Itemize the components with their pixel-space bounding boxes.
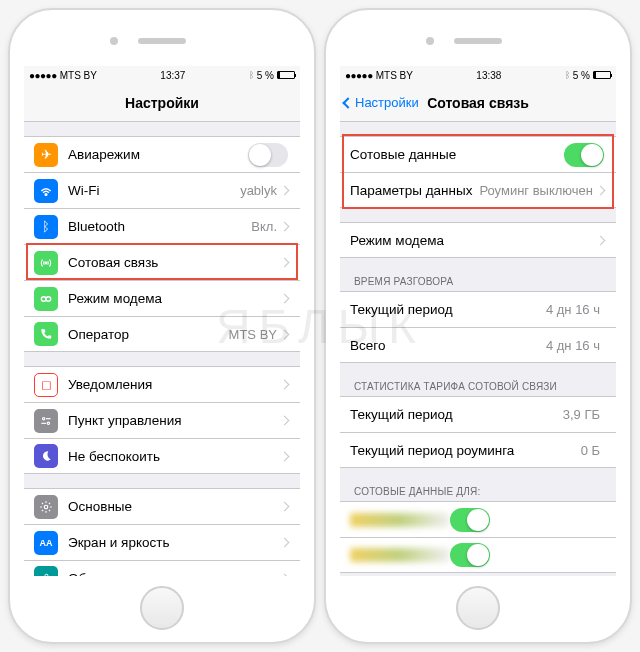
row-label: Обои — [68, 571, 281, 577]
cellular-data-toggle[interactable] — [564, 143, 604, 167]
back-label: Настройки — [355, 95, 419, 110]
row-hotspot[interactable]: Режим модема — [340, 222, 616, 258]
bluetooth-icon: ᛒ — [565, 70, 570, 80]
phone-right: ●●●●● MTS BY 13:38 ᛒ 5 % Настройки Сотов… — [324, 8, 632, 644]
chevron-right-icon — [280, 258, 290, 268]
carrier-label: MTS BY — [60, 70, 97, 81]
row-cellular-data[interactable]: Сотовые данные — [340, 136, 616, 172]
nav-bar: Настройки Сотовая связь — [340, 84, 616, 122]
control-center-icon — [34, 409, 58, 433]
bluetooth-icon: ᛒ — [249, 70, 254, 80]
blurred-label — [350, 548, 450, 562]
status-bar: ●●●●● MTS BY 13:38 ᛒ 5 % — [340, 66, 616, 84]
signal-icon: ●●●●● — [29, 70, 57, 81]
battery-percent: 5 % — [573, 70, 590, 81]
svg-point-6 — [47, 422, 49, 424]
camera-dot — [426, 37, 434, 45]
app-toggle[interactable] — [450, 543, 490, 567]
row-value: 0 Б — [581, 443, 600, 458]
row-dnd[interactable]: Не беспокоить — [24, 438, 300, 474]
page-title: Сотовая связь — [427, 95, 529, 111]
settings-list[interactable]: ✈ Авиарежим Wi-Fi yablyk ᛒ Bluetooth Вкл… — [24, 136, 300, 576]
chevron-right-icon — [596, 185, 606, 195]
row-label: Экран и яркость — [68, 535, 281, 550]
nav-bar: Настройки — [24, 84, 300, 122]
chevron-left-icon — [342, 97, 353, 108]
battery-icon — [277, 71, 295, 79]
gear-icon — [34, 495, 58, 519]
back-button[interactable]: Настройки — [344, 84, 419, 121]
row-label: Текущий период роуминга — [350, 443, 581, 458]
row-label: Не беспокоить — [68, 449, 281, 464]
row-carrier[interactable]: Оператор MTS BY — [24, 316, 300, 352]
clock: 13:37 — [160, 70, 185, 81]
row-label: Параметры данных — [350, 183, 479, 198]
chevron-right-icon — [280, 186, 290, 196]
airplane-icon: ✈ — [34, 143, 58, 167]
row-data-options[interactable]: Параметры данных Роуминг выключен — [340, 172, 616, 208]
section-header: СОТОВЫЕ ДАННЫЕ ДЛЯ: — [340, 482, 616, 501]
camera-dot — [110, 37, 118, 45]
row-hotspot[interactable]: Режим модема — [24, 280, 300, 316]
row-value: MTS BY — [229, 327, 277, 342]
chevron-right-icon — [280, 380, 290, 390]
row-label: Сотовая связь — [68, 255, 281, 270]
row-wifi[interactable]: Wi-Fi yablyk — [24, 172, 300, 208]
chevron-right-icon — [280, 538, 290, 548]
row-value: 3,9 ГБ — [563, 407, 600, 422]
row-data-current: Текущий период 3,9 ГБ — [340, 396, 616, 432]
chevron-right-icon — [596, 235, 606, 245]
airplane-toggle[interactable] — [248, 143, 288, 167]
row-label: Всего — [350, 338, 546, 353]
row-airplane[interactable]: ✈ Авиарежим — [24, 136, 300, 172]
row-bluetooth[interactable]: ᛒ Bluetooth Вкл. — [24, 208, 300, 244]
row-current-period: Текущий период 4 дн 16 ч — [340, 291, 616, 327]
row-notifications[interactable]: ◻ Уведомления — [24, 366, 300, 402]
battery-icon — [593, 71, 611, 79]
cellular-list[interactable]: Сотовые данные Параметры данных Роуминг … — [340, 136, 616, 573]
row-wallpaper[interactable]: ❀ Обои — [24, 560, 300, 576]
home-button[interactable] — [140, 586, 184, 630]
app-toggle[interactable] — [450, 508, 490, 532]
chevron-right-icon — [280, 451, 290, 461]
phone-left: ●●●●● MTS BY 13:37 ᛒ 5 % Настройки ✈ Ави… — [8, 8, 316, 644]
row-general[interactable]: Основные — [24, 488, 300, 524]
row-label: Режим модема — [350, 233, 597, 248]
page-title: Настройки — [125, 95, 199, 111]
row-label: Сотовые данные — [350, 147, 564, 162]
row-label: Основные — [68, 499, 281, 514]
row-control-center[interactable]: Пункт управления — [24, 402, 300, 438]
row-data-roaming: Текущий период роуминга 0 Б — [340, 432, 616, 468]
speaker — [138, 38, 186, 44]
row-app-blurred[interactable] — [340, 501, 616, 537]
row-display[interactable]: AA Экран и яркость — [24, 524, 300, 560]
row-app-blurred[interactable] — [340, 537, 616, 573]
row-label: Авиарежим — [68, 147, 248, 162]
wallpaper-icon: ❀ — [34, 566, 58, 576]
row-value: Вкл. — [251, 219, 277, 234]
chevron-right-icon — [280, 329, 290, 339]
battery-percent: 5 % — [257, 70, 274, 81]
row-value: Роуминг выключен — [479, 183, 593, 198]
bluetooth-icon: ᛒ — [34, 215, 58, 239]
svg-point-1 — [45, 262, 47, 264]
row-cellular[interactable]: Сотовая связь — [24, 244, 300, 280]
screen-right: ●●●●● MTS BY 13:38 ᛒ 5 % Настройки Сотов… — [340, 66, 616, 576]
row-label: Wi-Fi — [68, 183, 240, 198]
row-total: Всего 4 дн 16 ч — [340, 327, 616, 363]
section-header: ВРЕМЯ РАЗГОВОРА — [340, 272, 616, 291]
carrier-label: MTS BY — [376, 70, 413, 81]
home-button[interactable] — [456, 586, 500, 630]
blurred-label — [350, 513, 450, 527]
row-label: Текущий период — [350, 302, 546, 317]
chevron-right-icon — [280, 416, 290, 426]
row-label: Уведомления — [68, 377, 281, 392]
display-icon: AA — [34, 531, 58, 555]
row-value: 4 дн 16 ч — [546, 302, 600, 317]
svg-point-0 — [45, 193, 47, 195]
svg-point-3 — [46, 296, 51, 301]
svg-point-8 — [44, 505, 48, 509]
speaker — [454, 38, 502, 44]
notifications-icon: ◻ — [34, 373, 58, 397]
chevron-right-icon — [280, 573, 290, 576]
